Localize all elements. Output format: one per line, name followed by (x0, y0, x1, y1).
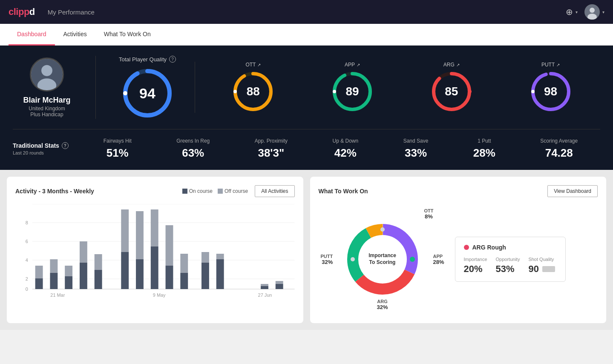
arg-value: 85 (445, 85, 458, 98)
trad-stats-label: Traditional Stats ? Last 20 rounds (13, 142, 72, 155)
user-menu[interactable]: ▾ (584, 4, 604, 20)
ott-gauge-circle: 88 (232, 70, 274, 113)
activity-controls: On course Off course All Activities (182, 185, 295, 197)
gauge-ott-label: OTT ↗ (245, 62, 261, 68)
putt-trend-icon: ↗ (556, 63, 560, 67)
activity-panel: Activity - 3 Months - Weekly On course O… (7, 177, 303, 323)
svg-rect-51 (180, 254, 188, 273)
plus-circle-icon: ⊕ (566, 7, 573, 17)
legend-on-course: On course (182, 188, 213, 194)
user-chevron-icon: ▾ (602, 10, 604, 14)
svg-rect-58 (276, 284, 283, 289)
trad-stats-help-icon[interactable]: ? (62, 142, 69, 149)
off-course-legend-dot (218, 189, 223, 194)
opportunity-metric: Opportunity 53% (496, 257, 520, 275)
svg-text:6: 6 (26, 239, 28, 244)
hero-section: Blair McHarg United Kingdom Plus Handica… (0, 46, 613, 170)
gauge-app: APP ↗ 89 (331, 62, 374, 113)
trad-stat-fairways: Fairways Hit 51% (104, 138, 132, 160)
trad-stat-proximity: App. Proximity 38'3" (255, 138, 288, 160)
add-chevron-icon: ▾ (576, 10, 578, 14)
svg-rect-55 (216, 254, 224, 259)
ott-donut-label: OTT 8% (424, 208, 434, 220)
app-donut-label: APP 28% (429, 254, 444, 265)
svg-text:0: 0 (26, 287, 28, 292)
svg-point-68 (380, 227, 385, 232)
donut-center-label: Importance To Scoring (368, 252, 396, 266)
svg-rect-32 (35, 278, 43, 289)
work-on-panel: What To Work On View Dashboard OTT 8% AP… (310, 177, 607, 323)
arg-donut-label: ARG 32% (377, 299, 388, 310)
arg-rough-dot (464, 245, 469, 250)
app-value: 89 (346, 85, 359, 98)
svg-point-72 (410, 257, 415, 262)
tab-what-to-work-on[interactable]: What To Work On (95, 24, 159, 46)
shot-quality-metric: Shot Quality 90 (528, 257, 555, 275)
work-on-content: OTT 8% APP 28% ARG 32% PUTT 32% (319, 204, 598, 315)
all-activities-button[interactable]: All Activities (255, 185, 294, 197)
svg-rect-38 (80, 263, 87, 289)
svg-rect-42 (121, 252, 129, 289)
svg-rect-40 (95, 270, 102, 289)
putt-donut-label: PUTT 32% (321, 254, 337, 265)
nav-tabs: Dashboard Activities What To Work On (0, 24, 613, 46)
arg-trend-icon: ↗ (456, 63, 460, 67)
gauge-app-label: APP ↗ (345, 62, 360, 68)
add-button[interactable]: ⊕ ▾ (566, 7, 578, 17)
arg-rough-metrics: Importance 20% Opportunity 53% Shot Qual… (464, 257, 557, 275)
svg-rect-53 (201, 252, 209, 263)
player-handicap: Plus Handicap (30, 112, 63, 118)
shot-quality-bar (542, 266, 555, 272)
svg-text:21 Mar: 21 Mar (50, 292, 65, 298)
activity-bar-chart: 0 2 4 6 8 (15, 204, 295, 298)
user-avatar[interactable] (584, 4, 600, 20)
svg-rect-59 (276, 281, 283, 284)
svg-point-1 (590, 8, 595, 13)
svg-rect-50 (180, 273, 188, 289)
trad-stat-items: Fairways Hit 51% Greens In Reg 63% App. … (81, 138, 600, 160)
hero-top: Blair McHarg United Kingdom Plus Handica… (13, 56, 600, 119)
svg-rect-52 (201, 263, 209, 289)
total-quality-section: Total Player Quality ? 94 (110, 56, 184, 119)
tab-dashboard[interactable]: Dashboard (9, 24, 55, 46)
activity-header: Activity - 3 Months - Weekly On course O… (15, 185, 295, 197)
svg-rect-56 (261, 286, 268, 289)
player-info: Blair McHarg United Kingdom Plus Handica… (13, 57, 81, 118)
svg-rect-45 (136, 211, 144, 259)
tab-activities[interactable]: Activities (55, 24, 95, 46)
activity-title: Activity - 3 Months - Weekly (15, 188, 94, 195)
svg-point-71 (351, 257, 355, 261)
traditional-stats: Traditional Stats ? Last 20 rounds Fairw… (13, 129, 600, 160)
svg-text:2: 2 (26, 276, 28, 281)
svg-rect-39 (80, 241, 87, 263)
header: clippd My Performance ⊕ ▾ ▾ (0, 0, 613, 24)
svg-text:4: 4 (26, 258, 28, 263)
svg-text:8: 8 (26, 220, 28, 225)
trad-stat-scoring: Scoring Average 74.28 (540, 138, 578, 160)
total-quality-gauge: 94 (122, 68, 173, 119)
svg-rect-47 (151, 209, 158, 246)
svg-rect-36 (65, 276, 72, 289)
ott-value: 88 (247, 85, 260, 98)
bottom-panels: Activity - 3 Months - Weekly On course O… (0, 170, 613, 330)
arg-rough-card: ARG Rough Importance 20% Opportunity 53% (455, 237, 566, 282)
total-quality-value: 94 (139, 85, 155, 102)
app-gauge-circle: 89 (331, 70, 374, 113)
total-quality-help-icon[interactable]: ? (169, 56, 176, 63)
player-avatar (30, 57, 64, 92)
svg-point-4 (41, 65, 52, 76)
svg-rect-34 (50, 273, 58, 289)
svg-rect-37 (65, 266, 72, 276)
svg-rect-46 (151, 246, 158, 289)
svg-rect-41 (95, 254, 102, 270)
gauge-arg-label: ARG ↗ (443, 62, 460, 68)
putt-gauge-circle: 98 (530, 70, 572, 113)
svg-rect-43 (121, 209, 129, 252)
gauge-arg: ARG ↗ 85 (430, 62, 473, 113)
svg-point-73 (380, 287, 385, 292)
divider (95, 56, 96, 119)
gauge-ott: OTT ↗ 88 (232, 62, 274, 113)
view-dashboard-button[interactable]: View Dashboard (547, 185, 598, 197)
arg-gauge-circle: 85 (430, 70, 473, 113)
total-quality-label: Total Player Quality ? (119, 56, 176, 63)
